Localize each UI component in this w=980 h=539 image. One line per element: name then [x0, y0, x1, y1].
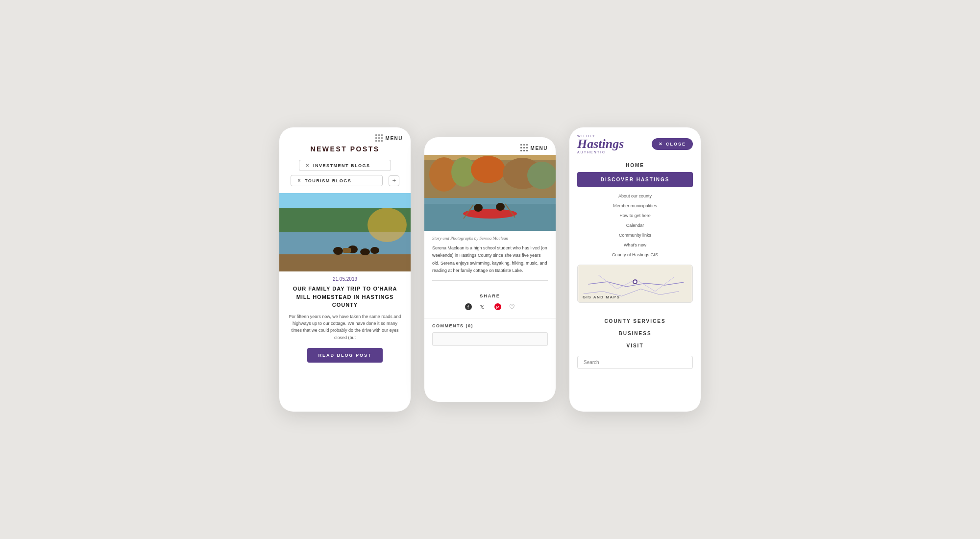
- svg-point-20: [463, 209, 517, 219]
- phone-3: WILDLY Hastings AUTHENTIC ✕ CLOSE HOME D…: [569, 127, 701, 412]
- close-x-icon: ✕: [659, 142, 663, 147]
- story-body-text: Serena Maclean is a high school student …: [424, 245, 556, 274]
- phone-2: MENU: [424, 137, 556, 402]
- blog-image: [279, 193, 411, 271]
- pinterest-share-button[interactable]: P: [494, 303, 501, 312]
- remove-filter-icon: ×: [306, 163, 310, 168]
- gis-map-preview[interactable]: GIS AND MAPS: [577, 265, 693, 303]
- nav-business-item[interactable]: BUSINESS: [577, 327, 693, 340]
- navigation-menu: HOME DISCOVER HASTINGS About our county …: [569, 159, 701, 352]
- nav-section-divider: [577, 307, 693, 307]
- facebook-share-button[interactable]: f: [465, 303, 472, 312]
- close-label: CLOSE: [666, 142, 686, 147]
- discover-submenu: About our county Member municipalities H…: [577, 190, 693, 261]
- share-section: SHARE f 𝕏 P ♡: [424, 287, 556, 318]
- phone2-header: MENU: [424, 137, 556, 155]
- tourism-blogs-filter[interactable]: × TOURISM BLOGS: [291, 175, 383, 186]
- sub-calendar-item[interactable]: Calendar: [577, 220, 693, 230]
- close-menu-button[interactable]: ✕ CLOSE: [652, 138, 693, 150]
- menu-button[interactable]: MENU: [386, 136, 403, 141]
- nav-county-services-item[interactable]: COUNTY SERVICES: [577, 315, 693, 327]
- share-label: SHARE: [432, 294, 548, 298]
- favorite-button[interactable]: ♡: [509, 303, 515, 312]
- blog-post-title: OUR FAMILY DAY TRIP TO O'HARA MILL HOMES…: [279, 285, 411, 309]
- svg-text:P: P: [496, 305, 499, 310]
- read-blog-post-button[interactable]: READ BLOG POST: [307, 348, 382, 363]
- comment-input[interactable]: [432, 332, 548, 346]
- phone-1: MENU NEWEST POSTS × INVESTMENT BLOGS × T…: [279, 127, 411, 412]
- svg-point-8: [370, 247, 379, 254]
- sub-gis-item[interactable]: County of Hastings GIS: [577, 250, 693, 260]
- blog-image-svg: [279, 193, 411, 271]
- svg-point-7: [360, 248, 370, 255]
- canoe-article-image: [424, 155, 556, 231]
- gis-map-label: GIS AND MAPS: [583, 295, 620, 299]
- investment-blogs-filter[interactable]: × INVESTMENT BLOGS: [299, 160, 392, 171]
- filter-tags: × INVESTMENT BLOGS × TOURISM BLOGS +: [279, 160, 411, 186]
- comments-section: COMMENTS (0): [424, 318, 556, 351]
- nav-home-item[interactable]: HOME: [577, 159, 693, 172]
- nav-visit-item[interactable]: VISIT: [577, 340, 693, 352]
- story-divider: [432, 280, 548, 281]
- sub-community-item[interactable]: Community links: [577, 230, 693, 240]
- comments-label: COMMENTS (0): [432, 323, 548, 328]
- tourism-blogs-label: TOURISM BLOGS: [305, 178, 351, 183]
- add-filter-button[interactable]: +: [389, 175, 399, 186]
- story-credit: Story and Photographs by Serena Maclean: [424, 231, 556, 245]
- search-input[interactable]: Search: [577, 356, 693, 369]
- nav-discover-item[interactable]: DISCOVER HASTINGS: [577, 172, 693, 187]
- svg-point-32: [634, 280, 637, 283]
- sub-whats-new-item[interactable]: What's new: [577, 240, 693, 250]
- bottom-nav: COUNTY SERVICES BUSINESS VISIT: [577, 311, 693, 352]
- svg-text:𝕏: 𝕏: [480, 304, 485, 310]
- svg-point-17: [527, 162, 556, 189]
- logo-hastings-text: Hastings: [577, 138, 624, 150]
- svg-point-5: [333, 247, 343, 255]
- svg-rect-3: [279, 254, 411, 271]
- logo: WILDLY Hastings AUTHENTIC: [577, 134, 624, 154]
- page-title: NEWEST POSTS: [279, 145, 411, 153]
- sub-get-here-item[interactable]: How to get here: [577, 211, 693, 220]
- menu-dots-icon: [375, 134, 383, 142]
- svg-point-4: [368, 208, 407, 242]
- nav-header: WILDLY Hastings AUTHENTIC ✕ CLOSE: [569, 127, 701, 159]
- twitter-share-button[interactable]: 𝕏: [480, 303, 487, 312]
- menu-dots-2-icon: [520, 144, 528, 152]
- remove-filter2-icon: ×: [298, 178, 301, 183]
- blog-date: 21.05.2019: [279, 276, 411, 282]
- svg-point-21: [474, 204, 483, 212]
- svg-point-15: [471, 156, 505, 183]
- svg-rect-9: [343, 248, 351, 253]
- phone1-header: MENU: [279, 127, 411, 145]
- svg-point-22: [496, 203, 505, 211]
- blog-excerpt: For fifteen years now, we have taken the…: [279, 313, 411, 342]
- share-icons-group: f 𝕏 P ♡: [432, 303, 548, 312]
- sub-municipalities-item[interactable]: Member municipalities: [577, 201, 693, 211]
- canoe-svg: [424, 155, 556, 231]
- investment-blogs-label: INVESTMENT BLOGS: [313, 163, 370, 168]
- menu-button-2[interactable]: MENU: [531, 146, 548, 151]
- logo-authentic-text: AUTHENTIC: [577, 150, 606, 154]
- sub-about-item[interactable]: About our county: [577, 191, 693, 201]
